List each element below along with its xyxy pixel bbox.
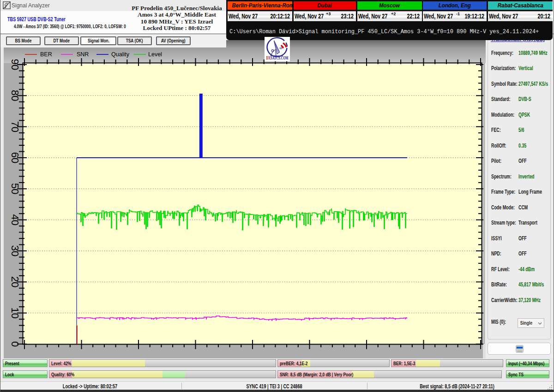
svg-text:0: 0 — [9, 341, 21, 347]
svg-text:30: 30 — [9, 245, 21, 256]
svg-text:40: 40 — [9, 214, 21, 225]
svg-text:90: 90 — [9, 59, 21, 70]
svg-text:DXSATCS.COM: DXSATCS.COM — [266, 56, 289, 60]
svg-text:80: 80 — [9, 90, 21, 101]
svg-text:50: 50 — [9, 183, 21, 194]
svg-text:20: 20 — [9, 276, 21, 287]
svg-text:60: 60 — [9, 152, 21, 163]
svg-text:70: 70 — [9, 121, 21, 132]
svg-text:10: 10 — [9, 307, 21, 318]
